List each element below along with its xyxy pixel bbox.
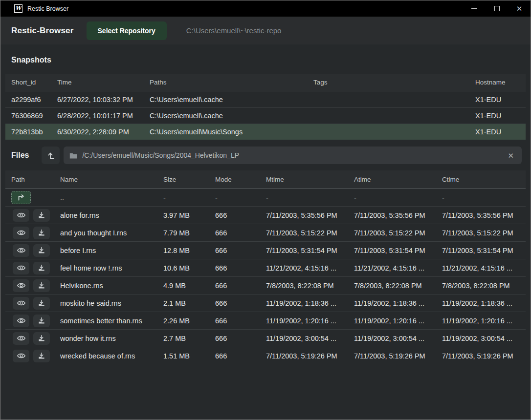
file-mode: 666 bbox=[209, 282, 260, 290]
column-header-name: Name bbox=[54, 176, 157, 183]
file-row: Helvikone.rns4.9 MB6667/8/2003, 8:22:08 … bbox=[5, 276, 526, 294]
download-file-button[interactable] bbox=[33, 297, 50, 310]
file-mtime: 11/21/2002, 4:15:16 ... bbox=[260, 264, 348, 272]
snapshot-time: 6/27/2022, 10:03:32 PM bbox=[51, 96, 144, 104]
snapshot-time: 6/30/2022, 2:28:09 PM bbox=[51, 128, 144, 136]
file-row: before I.rns12.8 MB6667/11/2003, 5:31:54… bbox=[5, 241, 526, 259]
snapshot-time: 6/28/2022, 10:01:17 PM bbox=[51, 112, 144, 120]
file-row: and you thought I.rns7.79 MB6667/11/2003… bbox=[5, 224, 526, 241]
clear-path-button[interactable]: ✕ bbox=[506, 151, 516, 160]
file-mode: 666 bbox=[209, 247, 260, 254]
go-to-root-button[interactable] bbox=[42, 147, 60, 164]
current-path-bar[interactable]: /C:/Users/emuell/Music/Songs/2004_Helvet… bbox=[64, 147, 522, 164]
eye-icon bbox=[17, 212, 25, 218]
clear-path-icon: ✕ bbox=[508, 151, 514, 160]
file-ctime: 11/19/2002, 1:18:36 ... bbox=[436, 299, 526, 307]
download-file-button[interactable] bbox=[33, 332, 50, 345]
download-file-button[interactable] bbox=[33, 209, 50, 222]
preview-file-button[interactable] bbox=[13, 350, 29, 362]
preview-file-button[interactable] bbox=[13, 244, 29, 257]
download-file-button[interactable] bbox=[33, 350, 50, 362]
preview-file-button[interactable] bbox=[13, 262, 29, 274]
download-icon bbox=[38, 282, 45, 289]
file-size: 4.9 MB bbox=[157, 282, 209, 290]
eye-icon bbox=[17, 247, 25, 253]
minimize-button[interactable] bbox=[463, 0, 486, 17]
download-icon bbox=[38, 212, 45, 219]
file-row: moskito he said.rns2.1 MB66611/19/2002, … bbox=[5, 294, 526, 312]
column-header-paths: Paths bbox=[144, 79, 308, 86]
file-ctime: 7/11/2003, 5:19:26 PM bbox=[436, 352, 526, 360]
file-mode: 666 bbox=[209, 264, 260, 272]
preview-file-button[interactable] bbox=[13, 297, 29, 310]
preview-file-button[interactable] bbox=[13, 315, 29, 327]
snapshot-paths: C:\Users\emuell\Music\Songs bbox=[144, 128, 308, 136]
snapshot-hostname: X1-EDU bbox=[469, 96, 526, 104]
title-bar[interactable]: W Restic Browser ✕ bbox=[0, 0, 531, 17]
file-row: alone for.rns3.97 MB6667/11/2003, 5:35:5… bbox=[5, 206, 526, 224]
select-repository-button[interactable]: Select Repository bbox=[87, 21, 167, 40]
file-name: wonder how it.rns bbox=[54, 335, 157, 342]
download-icon bbox=[38, 335, 45, 342]
file-name: wrecked because of.rns bbox=[54, 352, 157, 360]
snapshots-rows: a2299af66/27/2022, 10:03:32 PMC:\Users\e… bbox=[5, 91, 526, 140]
file-name: Helvikone.rns bbox=[54, 282, 157, 290]
file-mtime: 11/19/2002, 1:18:36 ... bbox=[260, 299, 348, 307]
file-mode: 666 bbox=[209, 299, 260, 307]
file-size: 7.79 MB bbox=[157, 229, 209, 237]
file-mtime: 11/19/2002, 3:00:54 ... bbox=[260, 335, 348, 342]
column-header-hostname: Hostname bbox=[469, 79, 526, 86]
snapshots-section-title: Snapshots bbox=[0, 44, 531, 74]
repository-path: C:\Users\emuell\~\restic-repo bbox=[186, 26, 282, 35]
column-header-mode: Mode bbox=[209, 176, 260, 183]
download-file-button[interactable] bbox=[33, 262, 50, 274]
snapshot-hostname: X1-EDU bbox=[469, 128, 526, 136]
maximize-button[interactable] bbox=[486, 0, 508, 17]
download-file-button[interactable] bbox=[33, 244, 50, 257]
file-actions bbox=[5, 227, 54, 239]
download-icon bbox=[38, 230, 45, 236]
download-file-button[interactable] bbox=[33, 315, 50, 327]
eye-icon bbox=[17, 282, 25, 289]
file-atime: 11/19/2002, 3:00:54 ... bbox=[348, 335, 436, 342]
download-file-button[interactable] bbox=[33, 279, 50, 292]
column-header-time: Time bbox=[51, 79, 144, 86]
download-file-button[interactable] bbox=[33, 227, 50, 239]
snapshot-row[interactable]: 72b813bb6/30/2022, 2:28:09 PMC:\Users\em… bbox=[5, 124, 526, 140]
file-name: alone for.rns bbox=[54, 211, 157, 219]
preview-file-button[interactable] bbox=[13, 227, 29, 239]
file-size: 2.7 MB bbox=[157, 335, 209, 342]
preview-file-button[interactable] bbox=[13, 332, 29, 345]
file-mode: 666 bbox=[209, 335, 260, 342]
current-path-text: /C:/Users/emuell/Music/Songs/2004_Helvet… bbox=[82, 151, 506, 159]
file-atime: 7/11/2003, 5:35:56 PM bbox=[348, 211, 436, 219]
snapshot-short-id: 72b813bb bbox=[5, 128, 51, 136]
preview-file-button[interactable] bbox=[13, 279, 29, 292]
file-row: wonder how it.rns2.7 MB66611/19/2002, 3:… bbox=[5, 329, 526, 347]
file-ctime: 11/19/2002, 3:00:54 ... bbox=[436, 335, 526, 342]
file-mode: 666 bbox=[209, 352, 260, 360]
close-icon: ✕ bbox=[516, 5, 523, 12]
maximize-icon bbox=[494, 6, 500, 11]
snapshots-table: Short_id Time Paths Tags Hostname a2299a… bbox=[5, 74, 526, 140]
download-icon bbox=[38, 300, 45, 307]
snapshot-row[interactable]: 763068696/28/2022, 10:01:17 PMC:\Users\e… bbox=[5, 107, 526, 124]
file-actions bbox=[5, 279, 54, 292]
snapshot-row[interactable]: a2299af66/27/2022, 10:03:32 PMC:\Users\e… bbox=[5, 91, 526, 107]
app-logo-icon: W bbox=[14, 4, 22, 13]
file-row: wrecked because of.rns1.51 MB6667/11/200… bbox=[5, 347, 526, 364]
file-row: feel home now !.rns10.6 MB66611/21/2002,… bbox=[5, 259, 526, 276]
preview-file-button[interactable] bbox=[13, 209, 29, 222]
column-header-path: Path bbox=[5, 176, 54, 183]
file-ctime: 7/11/2003, 5:35:56 PM bbox=[436, 211, 526, 219]
eye-icon bbox=[17, 353, 25, 359]
close-button[interactable]: ✕ bbox=[508, 0, 531, 17]
go-parent-directory-button[interactable] bbox=[11, 191, 31, 204]
file-atime: 7/11/2003, 5:15:22 PM bbox=[348, 229, 436, 237]
download-icon bbox=[38, 247, 45, 254]
file-atime: - bbox=[348, 194, 436, 202]
minimize-icon bbox=[471, 8, 477, 9]
files-rows: ..-----alone for.rns3.97 MB6667/11/2003,… bbox=[5, 189, 526, 364]
column-header-tags: Tags bbox=[308, 79, 469, 86]
files-table: Path Name Size Mode Mtime Atime Ctime ..… bbox=[5, 170, 526, 364]
